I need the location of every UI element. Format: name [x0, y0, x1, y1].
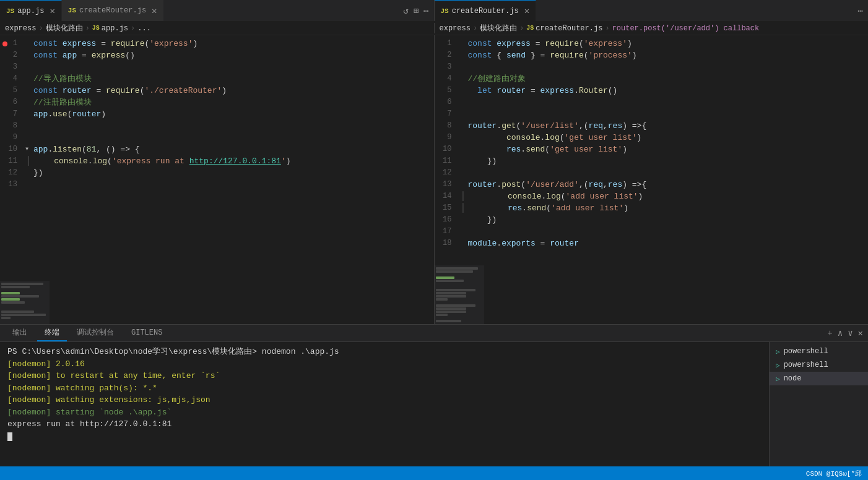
list-item: [nodemon] watching extensions: js,mjs,js…	[7, 394, 762, 406]
left-code-area[interactable]: 1 const express = require('express') 2 c…	[0, 35, 434, 281]
table-row: 17	[435, 226, 869, 238]
terminal-output[interactable]: PS C:\Users\admin\Desktop\node学习\express…	[0, 342, 769, 466]
tab-app-js-label: app.js	[17, 7, 44, 15]
js-icon-createrouter-right: JS	[441, 7, 449, 15]
terminal-panel-node[interactable]: ▷ node	[770, 372, 868, 385]
table-row: 7 app.use(router)	[0, 108, 434, 120]
terminal-panels-sidebar: ▷ powershell ▷ powershell ▷ node	[769, 342, 868, 466]
tab-app-js[interactable]: JS app.js ✕	[0, 0, 62, 21]
left-minimap	[0, 281, 50, 324]
js-icon-left: JS	[6, 7, 14, 15]
terminal-section: 输出 终端 调试控制台 GITLENS + ∧ ∨ ✕ PS C:\Users\…	[0, 324, 868, 466]
list-item: [nodemon] starting `node .\app.js`	[7, 406, 762, 419]
left-tab-actions: ↺ ⊞ ⋯	[398, 6, 433, 16]
close-icon-app-js[interactable]: ✕	[50, 6, 54, 16]
tab-createrouter-left-label: createRouter.js	[79, 6, 146, 15]
tab-bar: JS app.js ✕ JS createRouter.js ✕ ↺ ⊞ ⋯ J…	[0, 0, 868, 22]
table-row: 3	[435, 61, 869, 73]
close-icon-createrouter-left[interactable]: ✕	[152, 6, 157, 16]
terminal-panel-arrow-icon-1: ▷	[776, 348, 780, 356]
right-code-area[interactable]: 1 const express = require('express') 2 c…	[435, 35, 869, 265]
bc-modular-left: 模块化路由	[46, 23, 83, 33]
tab-gitlens[interactable]: GITLENS	[124, 325, 170, 341]
bc-js-icon-right: JS	[526, 25, 534, 32]
table-row: 13	[0, 179, 434, 191]
tab-terminal[interactable]: 终端	[37, 325, 67, 341]
tab-createrouter-right-label: createRouter.js	[452, 7, 519, 15]
table-row: 10 ▾ app.listen(81, () => {	[0, 144, 434, 155]
table-row: 14 │ console.log('add user list')	[435, 191, 869, 202]
table-row: 5 const router = require('./createRouter…	[0, 85, 434, 96]
table-row: 3	[0, 61, 434, 73]
bc-dots-left: ...	[137, 24, 151, 33]
table-row: 12	[435, 167, 869, 179]
table-row: 16 })	[435, 214, 869, 226]
table-row: 1 const express = require('express')	[0, 38, 434, 49]
left-tab-bar: JS app.js ✕ JS createRouter.js ✕ ↺ ⊞ ⋯	[0, 0, 435, 21]
left-editor-pane: 1 const express = require('express') 2 c…	[0, 35, 434, 324]
bc-appjs-left: app.js	[102, 24, 128, 33]
terminal-action-bar: + ∧ ∨ ✕	[827, 328, 863, 338]
breadcrumb-right: express › 模块化路由 › JS createRouter.js › r…	[435, 23, 864, 33]
table-row: 12 })	[0, 167, 434, 179]
js-icon-createrouter-left: JS	[68, 7, 76, 14]
bc-express-right: express	[440, 24, 471, 33]
table-row: 11 │ console.log('express run at http://…	[0, 155, 434, 167]
table-row: 13 router.post('/user/add',(req,res) =>{	[435, 179, 869, 191]
status-bar: CSDN @IQSω[*邱	[0, 466, 868, 480]
bc-router-post: router.post('/user/add') callback	[612, 24, 760, 33]
table-row: 4 //导入路由模块	[0, 73, 434, 85]
terminal-tab-bar: 输出 终端 调试控制台 GITLENS + ∧ ∨ ✕	[0, 325, 868, 342]
table-row: 18 module.exports = router	[435, 238, 869, 249]
table-row: 5 let router = express.Router()	[435, 85, 869, 96]
list-item: express run at http://127.0.0.1:81	[7, 418, 762, 431]
terminal-panel-powershell-2[interactable]: ▷ powershell	[770, 358, 868, 372]
bc-createrouter-right: createRouter.js	[536, 24, 602, 33]
right-editor-pane: 1 const express = require('express') 2 c…	[434, 35, 869, 324]
tab-createrouter-left[interactable]: JS createRouter.js ✕	[62, 0, 164, 21]
more-actions-left-icon[interactable]: ⋯	[423, 6, 428, 16]
bc-express-left: express	[5, 24, 36, 33]
editors-container: 1 const express = require('express') 2 c…	[0, 35, 868, 324]
minimize-terminal-icon[interactable]: ∨	[848, 328, 853, 338]
table-row: 4 //创建路由对象	[435, 73, 869, 85]
tab-output[interactable]: 输出	[5, 325, 35, 341]
list-item: PS C:\Users\admin\Desktop\node学习\express…	[7, 346, 762, 358]
history-icon[interactable]: ↺	[403, 6, 408, 16]
table-row: 1 const express = require('express')	[435, 38, 869, 49]
bc-modular-right: 模块化路由	[480, 23, 517, 33]
close-terminal-icon[interactable]: ✕	[858, 328, 863, 338]
close-icon-createrouter-right[interactable]: ✕	[524, 6, 529, 16]
table-row: 10 res.send('get user list')	[435, 144, 869, 155]
tab-debug-console[interactable]: 调试控制台	[69, 325, 121, 341]
terminal-panel-arrow-icon-3: ▷	[776, 375, 780, 383]
table-row: 6	[435, 96, 869, 108]
add-terminal-icon[interactable]: +	[827, 328, 832, 338]
table-row: 15 │ res.send('add user list')	[435, 202, 869, 214]
list-item: [nodemon] 2.0.16	[7, 358, 762, 371]
terminal-body: PS C:\Users\admin\Desktop\node学习\express…	[0, 342, 868, 466]
table-row: 9	[0, 132, 434, 144]
maximize-terminal-icon[interactable]: ∧	[838, 328, 843, 338]
split-editor-icon[interactable]: ⊞	[414, 6, 419, 16]
bc-js-icon-left: JS	[92, 25, 100, 32]
status-bar-text: CSDN @IQSω[*邱	[806, 469, 862, 478]
right-tab-actions: ⋯	[853, 6, 868, 16]
error-dot	[2, 41, 7, 46]
table-row: 8 router.get('/user/list',(req,res) =>{	[435, 120, 869, 132]
table-row: 2 const { send } = require('process')	[435, 49, 869, 61]
breadcrumb-left: express › 模块化路由 › JS app.js › ...	[5, 23, 435, 33]
more-actions-right-icon[interactable]: ⋯	[858, 6, 863, 16]
list-item: [nodemon] to restart at any time, enter …	[7, 370, 762, 382]
terminal-cursor-line	[7, 431, 762, 443]
breadcrumb-bar: express › 模块化路由 › JS app.js › ... expres…	[0, 22, 868, 35]
table-row: 8	[0, 120, 434, 132]
table-row: 6 //注册路由模块	[0, 96, 434, 108]
table-row: 7	[435, 108, 869, 120]
right-tab-bar: JS createRouter.js ✕ ⋯	[435, 0, 869, 21]
table-row: 9 console.log('get user list')	[435, 132, 869, 144]
terminal-panel-powershell-1[interactable]: ▷ powershell	[770, 345, 868, 358]
table-row: 11 })	[435, 155, 869, 167]
table-row: 2 const app = express()	[0, 49, 434, 61]
tab-createrouter-right[interactable]: JS createRouter.js ✕	[435, 0, 537, 21]
